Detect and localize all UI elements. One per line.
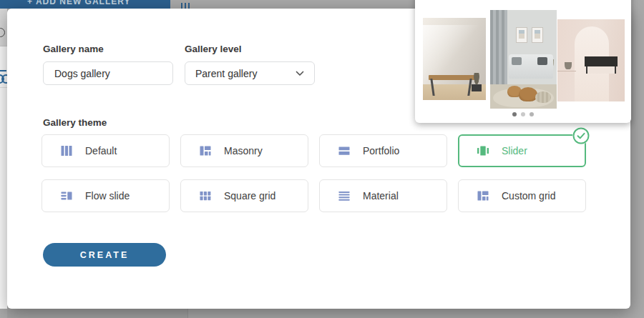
theme-option-square-grid[interactable]: Square grid xyxy=(180,179,308,212)
theme-label: Slider xyxy=(502,145,527,156)
chevron-down-icon xyxy=(296,71,304,76)
theme-label: Square grid xyxy=(224,190,275,202)
gallery-level-label: Gallery level xyxy=(185,44,242,54)
gallery-theme-label: Gallery theme xyxy=(43,117,107,128)
carousel-dot-active[interactable] xyxy=(512,112,517,116)
divider xyxy=(0,46,7,46)
carousel-dots[interactable] xyxy=(415,112,631,116)
theme-label: Flow slide xyxy=(85,190,130,202)
material-icon xyxy=(338,190,350,202)
background-column-divider xyxy=(187,309,188,318)
theme-option-slider[interactable]: Slider xyxy=(458,134,586,167)
theme-label: Default xyxy=(85,145,117,156)
interior-livingroom-photo[interactable] xyxy=(490,10,557,109)
flow-slide-icon xyxy=(61,190,72,202)
theme-option-portfolio[interactable]: Portfolio xyxy=(319,134,447,167)
theme-option-custom-grid[interactable]: Custom grid xyxy=(458,179,586,212)
columns-view-icon[interactable] xyxy=(181,3,190,9)
theme-option-masonry[interactable]: Masonry xyxy=(180,134,308,167)
theme-label: Portfolio xyxy=(363,145,399,156)
columns-icon xyxy=(61,145,72,156)
gallery-name-label: Gallery name xyxy=(43,44,104,54)
square-grid-icon xyxy=(200,190,211,202)
background-table-area xyxy=(7,309,187,318)
theme-option-flow-slide[interactable]: Flow slide xyxy=(42,179,170,212)
theme-label: Masonry xyxy=(224,145,263,156)
theme-option-default[interactable]: Default xyxy=(42,134,170,167)
carousel-dot[interactable] xyxy=(530,112,534,116)
masonry-icon xyxy=(200,145,211,156)
check-circle-icon xyxy=(572,127,590,144)
slider-icon xyxy=(477,145,489,156)
create-button[interactable]: CREATE xyxy=(43,243,166,267)
theme-option-material[interactable]: Material xyxy=(319,179,447,212)
theme-label: Material xyxy=(363,190,399,202)
theme-grid: Default Masonry Portfolio Slider xyxy=(42,134,597,212)
links-logo-icon xyxy=(1,74,7,84)
gallery-name-input[interactable] xyxy=(43,61,173,85)
logo-line xyxy=(0,70,6,71)
add-new-gallery-label: + ADD NEW GALLERY xyxy=(27,0,130,6)
custom-grid-icon xyxy=(477,190,489,202)
gallery-level-select[interactable]: Parent gallery xyxy=(185,61,315,85)
interior-arch-photo xyxy=(557,19,625,101)
background-left-strip xyxy=(0,9,7,309)
divider xyxy=(0,87,7,88)
gallery-preview-card xyxy=(415,0,631,123)
strip-top-band xyxy=(0,9,7,46)
interior-bench-photo xyxy=(423,18,486,100)
portfolio-icon xyxy=(338,145,350,156)
add-new-gallery-button[interactable]: + ADD NEW GALLERY xyxy=(0,0,170,9)
gallery-level-value: Parent gallery xyxy=(195,68,296,79)
carousel-dot[interactable] xyxy=(521,112,525,116)
theme-label: Custom grid xyxy=(502,190,555,202)
